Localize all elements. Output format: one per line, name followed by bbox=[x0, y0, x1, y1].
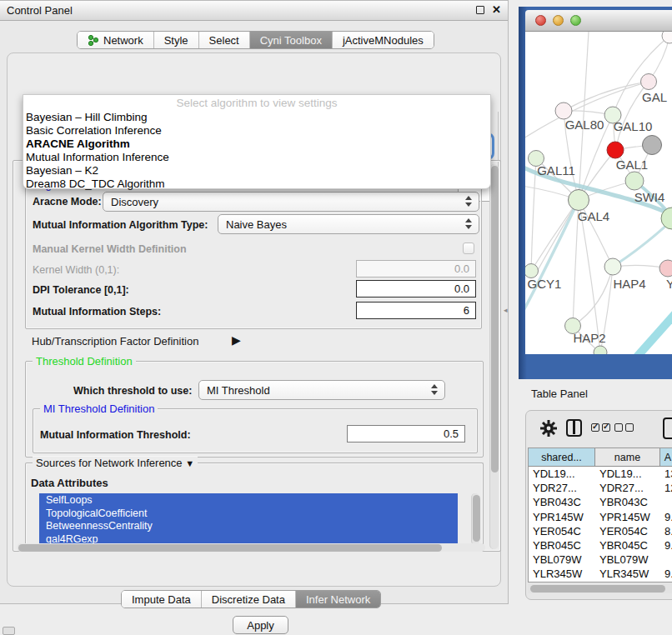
cell bbox=[660, 495, 672, 509]
graph-node[interactable] bbox=[643, 136, 662, 155]
apply-button[interactable]: Apply bbox=[233, 616, 288, 634]
network-view-window: GALGAL80GAL10GAL1GAL11SWI4GAL4GCY1HAP4YH… bbox=[519, 7, 672, 379]
dropdown-item[interactable]: Basic Correlation Inference bbox=[26, 124, 162, 137]
tab-infer-network[interactable]: Infer Network bbox=[296, 591, 380, 608]
list-item[interactable]: SelfLoops bbox=[39, 493, 458, 507]
select-all-checkboxes-icon[interactable] bbox=[591, 423, 610, 432]
graph-node[interactable] bbox=[594, 346, 607, 354]
mi-steps-label: Mutual Information Steps: bbox=[33, 306, 161, 318]
cell: YPR145W bbox=[595, 510, 660, 524]
node-table: shared... name A YDL19... YDL19... 13 YD… bbox=[528, 448, 672, 582]
tab-impute-data[interactable]: Impute Data bbox=[122, 591, 202, 608]
tab-discretize-data[interactable]: Discretize Data bbox=[202, 591, 296, 608]
dropdown-item[interactable]: Dream8 DC_TDC Algorithm bbox=[26, 178, 165, 190]
cell: YBR043C bbox=[529, 495, 595, 509]
combo-spinner-icon bbox=[465, 196, 472, 207]
graph-node-label: SWI4 bbox=[634, 190, 665, 204]
table-row[interactable]: YBR045C YBR045C 9. bbox=[529, 538, 672, 552]
table-row[interactable]: YPR145W YPR145W 9. bbox=[529, 510, 672, 524]
graph-node[interactable] bbox=[525, 264, 539, 278]
zoom-window-icon[interactable] bbox=[570, 15, 581, 26]
graph-node[interactable] bbox=[625, 172, 644, 190]
list-item[interactable]: BetweennessCentrality bbox=[39, 519, 458, 532]
close-panel-icon[interactable]: ✕ bbox=[492, 3, 501, 16]
dropdown-item[interactable]: Bayesian – Hill Climbing bbox=[26, 111, 148, 123]
expand-right-icon[interactable]: ▶ bbox=[232, 333, 241, 347]
cell: 8. bbox=[660, 524, 672, 538]
graph-node[interactable] bbox=[569, 190, 589, 211]
cell: YDR27... bbox=[529, 481, 595, 495]
settings-vertical-scrollbar[interactable] bbox=[489, 164, 499, 549]
table-row[interactable]: YLR345W YLR345W 9. bbox=[529, 567, 672, 581]
dropdown-item[interactable]: Bayesian – K2 bbox=[26, 164, 98, 177]
table-row[interactable]: YBL079W YBL079W bbox=[529, 552, 672, 567]
attribute-list-scrollbar[interactable] bbox=[471, 493, 479, 545]
mi-threshold-field[interactable]: 0.5 bbox=[347, 425, 465, 442]
panel-splitter-handle[interactable]: ◂ bbox=[504, 306, 508, 314]
sources-group-title: Sources for Network Inference ▼ bbox=[33, 457, 198, 469]
network-canvas[interactable]: GALGAL80GAL10GAL1GAL11SWI4GAL4GCY1HAP4YH… bbox=[525, 32, 672, 354]
table-row[interactable]: YDR27... YDR27... 12 bbox=[529, 481, 672, 495]
dropdown-item-selected[interactable]: ARACNE Algorithm bbox=[26, 138, 130, 150]
manual-kernel-checkbox[interactable] bbox=[463, 242, 474, 254]
graph-node-label: GAL1 bbox=[616, 158, 648, 172]
graph-node-label: GAL80 bbox=[565, 118, 604, 132]
tab-select[interactable]: Select bbox=[199, 32, 250, 48]
manual-kernel-label: Manual Kernel Width Definition bbox=[33, 243, 187, 255]
graph-node-label: HAP2 bbox=[573, 331, 605, 345]
table-toolbar bbox=[526, 418, 672, 442]
gear-icon[interactable] bbox=[539, 418, 558, 438]
tab-network[interactable]: Network bbox=[78, 32, 154, 48]
table-row[interactable]: YIL052C YIL052C 9 bbox=[529, 582, 672, 583]
sources-title-text: Sources for Network Inference bbox=[36, 457, 183, 469]
table-row[interactable]: YER054C YER054C 8. bbox=[529, 524, 672, 538]
data-attributes-label: Data Attributes bbox=[31, 477, 108, 489]
network-window-titlebar[interactable] bbox=[525, 10, 672, 32]
list-item[interactable]: TopologicalCoefficient bbox=[39, 507, 458, 520]
which-threshold-combobox[interactable]: MI Threshold bbox=[198, 380, 445, 400]
float-panel-icon[interactable] bbox=[476, 6, 484, 14]
cell bbox=[660, 552, 672, 567]
minimize-window-icon[interactable] bbox=[553, 15, 564, 26]
graph-node[interactable] bbox=[659, 260, 672, 277]
tab-discretize-data-label: Discretize Data bbox=[212, 593, 285, 606]
table-horizontal-scrollbar[interactable] bbox=[528, 583, 672, 593]
graph-node[interactable] bbox=[641, 74, 657, 90]
graph-node[interactable] bbox=[555, 102, 572, 119]
cell: YBL079W bbox=[529, 552, 595, 567]
kernel-width-field: 0.0 bbox=[356, 260, 476, 278]
mi-type-combobox[interactable]: Naive Bayes bbox=[218, 214, 479, 234]
settings-horizontal-scrollbar[interactable] bbox=[17, 543, 485, 552]
hub-definition-label[interactable]: Hub/Transcription Factor Definition bbox=[32, 335, 198, 348]
table-row[interactable]: YBR043C YBR043C bbox=[529, 495, 672, 509]
combo-spinner-icon bbox=[431, 384, 438, 395]
column-browser-icon[interactable] bbox=[566, 419, 582, 437]
graph-node[interactable] bbox=[604, 258, 621, 275]
close-window-icon[interactable] bbox=[535, 15, 546, 26]
minimized-window-icon[interactable] bbox=[3, 627, 15, 635]
collapse-down-icon[interactable]: ▼ bbox=[185, 458, 194, 468]
tab-style-label: Style bbox=[164, 34, 188, 47]
table-row[interactable]: YDL19... YDL19... 13 bbox=[529, 467, 672, 481]
cell: YBL079W bbox=[595, 552, 660, 567]
tab-jactivemnodules[interactable]: jActiveMNodules bbox=[333, 32, 434, 48]
tab-style[interactable]: Style bbox=[154, 32, 199, 48]
dropdown-item[interactable]: Mutual Information Inference bbox=[26, 151, 169, 163]
mi-threshold-label: Mutual Information Threshold: bbox=[40, 429, 191, 441]
graph-node[interactable] bbox=[607, 142, 624, 158]
tab-cyni-toolbox[interactable]: Cyni Toolbox bbox=[250, 32, 333, 48]
export-table-icon[interactable] bbox=[663, 418, 672, 439]
algorithm-dropdown-popup: Select algorithm to view settings Bayesi… bbox=[23, 94, 491, 189]
cell: YDL19... bbox=[595, 467, 660, 481]
data-attributes-list[interactable]: SelfLoops TopologicalCoefficient Between… bbox=[39, 493, 458, 545]
column-header-shared-name[interactable]: shared... bbox=[529, 448, 595, 467]
threshold-definition-group: Threshold Definition Which threshold to … bbox=[25, 361, 484, 458]
mi-steps-field[interactable]: 6 bbox=[356, 302, 476, 319]
column-header-name[interactable]: name bbox=[595, 448, 660, 467]
cell: YDL19... bbox=[529, 467, 595, 481]
aracne-mode-combobox[interactable]: Discovery bbox=[103, 192, 479, 212]
deselect-all-checkboxes-icon[interactable] bbox=[614, 423, 634, 432]
dpi-tolerance-field[interactable]: 0.0 bbox=[356, 280, 476, 298]
kernel-width-label: Kernel Width (0,1): bbox=[33, 264, 119, 276]
column-header-partial[interactable]: A bbox=[660, 448, 672, 467]
